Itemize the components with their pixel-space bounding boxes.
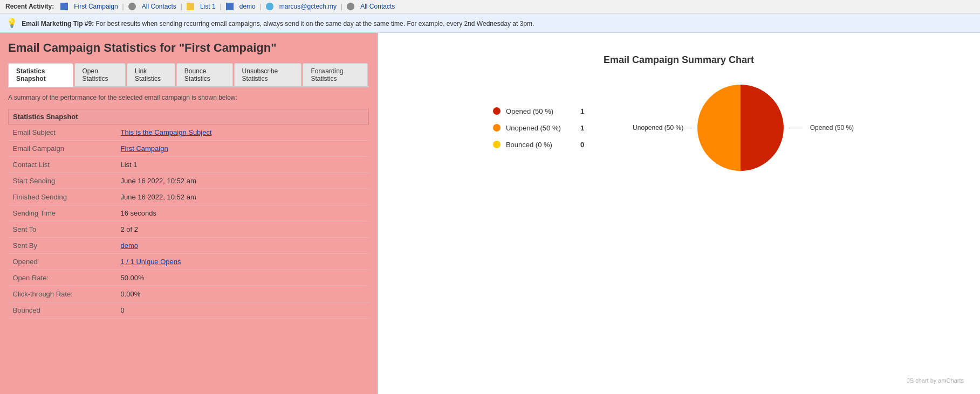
left-panel: Email Campaign Statistics for "First Cam… xyxy=(0,33,378,394)
table-row: Sending Time 16 seconds xyxy=(9,205,369,222)
pie-line-left xyxy=(679,128,692,128)
row-label-sending-time: Sending Time xyxy=(9,205,116,222)
row-value-finished-sending: June 16 2022, 10:52 am xyxy=(116,189,369,205)
recent-activity-list-1[interactable]: List 1 xyxy=(200,3,216,10)
row-label-email-subject: Email Subject xyxy=(9,125,116,141)
chart-area: Opened (50 %) 1 Unopened (50 %) 1 Bounce… xyxy=(394,79,964,176)
recent-activity-all-contacts-2[interactable]: All Contacts xyxy=(360,3,395,10)
row-label-ctr: Click-through Rate: xyxy=(9,286,116,302)
main-content: Email Campaign Statistics for "First Cam… xyxy=(0,33,980,394)
chart-icon-1 xyxy=(60,3,68,10)
legend-count-unopened: 1 xyxy=(580,124,584,132)
table-row: Opened 1 / 1 Unique Opens xyxy=(9,254,369,270)
row-label-contact-list: Contact List xyxy=(9,157,116,173)
sent-by-link[interactable]: demo xyxy=(121,241,139,250)
tab-statistics-snapshot[interactable]: Statistics Snapshot xyxy=(8,63,73,87)
tab-bounce-statistics[interactable]: Bounce Statistics xyxy=(176,63,233,86)
contacts-icon-1 xyxy=(128,3,136,10)
legend-label-unopened: Unopened (50 %) xyxy=(506,124,571,132)
recent-activity-first-campaign[interactable]: First Campaign xyxy=(74,3,118,10)
row-value-bounced: 0 xyxy=(116,302,369,319)
row-label-sent-to: Sent To xyxy=(9,222,116,238)
tabs-container: Statistics Snapshot Open Statistics Link… xyxy=(8,63,369,87)
tip-bar: 💡 Email Marketing Tip #9: For best resul… xyxy=(0,13,980,33)
table-row: Sent By demo xyxy=(9,238,369,254)
list-icon-1 xyxy=(187,3,194,10)
row-label-finished-sending: Finished Sending xyxy=(9,189,116,205)
recent-activity-bar: Recent Activity: First Campaign | All Co… xyxy=(0,0,980,13)
row-label-opened: Opened xyxy=(9,254,116,270)
recent-activity-label: Recent Activity: xyxy=(5,3,54,10)
row-label-email-campaign: Email Campaign xyxy=(9,141,116,157)
table-row: Finished Sending June 16 2022, 10:52 am xyxy=(9,189,369,205)
table-row: Click-through Rate: 0.00% xyxy=(9,286,369,302)
table-row: Bounced 0 xyxy=(9,302,369,319)
table-row: Start Sending June 16 2022, 10:52 am xyxy=(9,173,369,189)
row-value-sent-to: 2 of 2 xyxy=(116,222,369,238)
legend-item-unopened: Unopened (50 %) 1 xyxy=(493,124,584,132)
legend-count-opened: 1 xyxy=(580,107,584,115)
tab-forwarding-statistics[interactable]: Forwarding Statistics xyxy=(303,63,368,86)
row-value-ctr: 0.00% xyxy=(116,286,369,302)
tip-label: Email Marketing Tip #9: xyxy=(22,20,94,27)
tab-open-statistics[interactable]: Open Statistics xyxy=(74,63,126,86)
legend-count-bounced: 0 xyxy=(580,141,584,149)
statistics-table: Statistics Snapshot Email Subject This i… xyxy=(8,109,369,319)
pie-chart-wrapper: Unopened (50 %) Opened (50 %) xyxy=(692,79,789,176)
email-icon-1 xyxy=(266,3,273,10)
recent-activity-demo[interactable]: demo xyxy=(239,3,256,10)
unopened-dot xyxy=(493,124,501,132)
tip-text: For best results when sending recurring … xyxy=(96,20,534,27)
tip-icon: 💡 xyxy=(6,18,17,27)
pie-line-right xyxy=(789,128,803,128)
table-row: Email Campaign First Campaign xyxy=(9,141,369,157)
recent-activity-all-contacts-1[interactable]: All Contacts xyxy=(142,3,176,10)
chart-legend: Opened (50 %) 1 Unopened (50 %) 1 Bounce… xyxy=(493,107,584,149)
tab-link-statistics[interactable]: Link Statistics xyxy=(127,63,175,86)
contacts-icon-2 xyxy=(347,3,354,10)
row-label-start-sending: Start Sending xyxy=(9,173,116,189)
opened-link[interactable]: 1 / 1 Unique Opens xyxy=(121,258,181,266)
amcharts-credit: JS chart by amCharts xyxy=(907,372,964,384)
row-value-contact-list: List 1 xyxy=(116,157,369,173)
bounced-dot xyxy=(493,141,501,148)
row-value-open-rate: 50.00% xyxy=(116,270,369,286)
right-panel: Email Campaign Summary Chart Opened (50 … xyxy=(378,33,980,394)
email-campaign-link[interactable]: First Campaign xyxy=(121,144,168,153)
legend-label-opened: Opened (50 %) xyxy=(506,107,571,115)
chart-title: Email Campaign Summary Chart xyxy=(604,54,754,66)
table-row: Email Subject This is the Campaign Subje… xyxy=(9,125,369,141)
recent-activity-marcus[interactable]: marcus@gctech.my xyxy=(279,3,337,10)
row-label-bounced: Bounced xyxy=(9,302,116,319)
row-value-sending-time: 16 seconds xyxy=(116,205,369,222)
stats-section-header: Statistics Snapshot xyxy=(9,109,369,125)
legend-label-bounced: Bounced (0 %) xyxy=(506,141,571,149)
row-label-open-rate: Open Rate: xyxy=(9,270,116,286)
pie-chart-svg xyxy=(692,79,789,176)
pie-label-opened: Opened (50 %) xyxy=(810,124,854,132)
table-row: Contact List List 1 xyxy=(9,157,369,173)
tab-unsubscribe-statistics[interactable]: Unsubscribe Statistics xyxy=(234,63,302,86)
pie-label-unopened: Unopened (50 %) xyxy=(633,124,683,132)
table-row: Open Rate: 50.00% xyxy=(9,270,369,286)
row-value-start-sending: June 16 2022, 10:52 am xyxy=(116,173,369,189)
subtitle: A summary of the performance for the sel… xyxy=(8,94,369,101)
row-label-sent-by: Sent By xyxy=(9,238,116,254)
table-row: Sent To 2 of 2 xyxy=(9,222,369,238)
legend-item-opened: Opened (50 %) 1 xyxy=(493,107,584,115)
opened-dot xyxy=(493,107,501,115)
email-subject-link[interactable]: This is the Campaign Subject xyxy=(121,128,212,136)
page-title: Email Campaign Statistics for "First Cam… xyxy=(8,41,369,55)
chart-icon-2 xyxy=(226,3,234,10)
legend-item-bounced: Bounced (0 %) 0 xyxy=(493,141,584,149)
